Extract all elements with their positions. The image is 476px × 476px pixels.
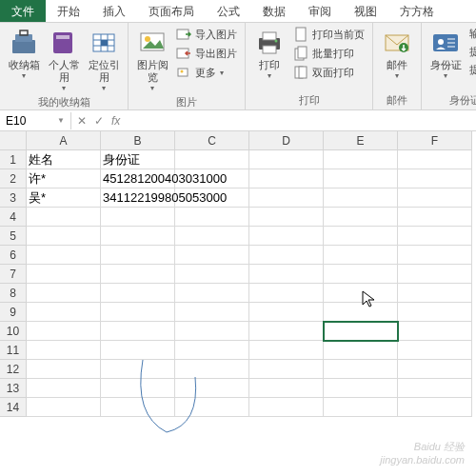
cell[interactable]: 许* — [27, 169, 101, 188]
confirm-icon[interactable]: ✓ — [94, 114, 104, 128]
tab-insert[interactable]: 插入 — [91, 0, 137, 22]
row-header[interactable]: 13 — [0, 379, 27, 398]
cell[interactable] — [175, 341, 249, 360]
row-header[interactable]: 8 — [0, 284, 27, 303]
row-header[interactable]: 7 — [0, 265, 27, 284]
column-header[interactable]: A — [27, 131, 101, 150]
cell[interactable] — [324, 208, 398, 227]
cell[interactable] — [175, 284, 249, 303]
cell[interactable] — [324, 341, 398, 360]
row-header[interactable]: 11 — [0, 341, 27, 360]
cell[interactable] — [398, 398, 472, 417]
cell[interactable]: 姓名 — [27, 150, 101, 169]
row-header[interactable]: 4 — [0, 208, 27, 227]
column-header[interactable]: F — [398, 131, 472, 150]
select-all-corner[interactable] — [0, 131, 27, 150]
cell[interactable] — [27, 341, 101, 360]
cell[interactable] — [101, 227, 175, 246]
row-header[interactable]: 3 — [0, 188, 27, 208]
cell[interactable] — [324, 150, 398, 169]
tab-home[interactable]: 开始 — [46, 0, 91, 22]
cell[interactable] — [249, 379, 324, 398]
more-pic-button[interactable]: 更多 ▾ — [176, 65, 237, 80]
tab-formula[interactable]: 公式 — [206, 0, 251, 22]
cell[interactable] — [398, 169, 472, 188]
print-batch-button[interactable]: 批量打印 — [293, 46, 365, 61]
print-current-button[interactable]: 打印当前页 — [293, 27, 365, 42]
tab-file[interactable]: 文件 — [0, 0, 46, 22]
export-pic-button[interactable]: 导出图片 — [176, 46, 237, 61]
cell[interactable] — [27, 227, 101, 246]
cell[interactable] — [249, 284, 324, 303]
cell[interactable] — [101, 246, 175, 265]
cell[interactable] — [249, 322, 324, 341]
cell[interactable] — [324, 398, 398, 417]
row-header[interactable]: 12 — [0, 360, 27, 379]
cell[interactable] — [249, 227, 324, 246]
cell[interactable] — [324, 379, 398, 398]
cell[interactable] — [324, 303, 398, 322]
cell[interactable] — [249, 265, 324, 284]
favorites-button[interactable]: 收纳箱 ▾ — [4, 25, 44, 82]
cell[interactable] — [175, 150, 249, 169]
name-box[interactable]: E10 ▼ — [0, 112, 71, 129]
cell[interactable] — [324, 188, 398, 208]
cell[interactable] — [398, 227, 472, 246]
tab-extra[interactable]: 方方格 — [388, 0, 446, 22]
cell[interactable]: 身份证 — [101, 150, 175, 169]
cell[interactable] — [101, 341, 175, 360]
tab-layout[interactable]: 页面布局 — [137, 0, 206, 22]
cell[interactable] — [27, 303, 101, 322]
cell[interactable] — [398, 360, 472, 379]
cell[interactable] — [175, 265, 249, 284]
cell[interactable] — [249, 341, 324, 360]
cell[interactable] — [398, 150, 472, 169]
row-header[interactable]: 6 — [0, 246, 27, 265]
cell[interactable]: 451281200403031000 — [101, 169, 175, 188]
cell[interactable] — [249, 398, 324, 417]
cell[interactable] — [27, 284, 101, 303]
cell[interactable] — [175, 227, 249, 246]
column-header[interactable]: D — [249, 131, 324, 150]
cancel-icon[interactable]: ✕ — [77, 114, 87, 128]
cell[interactable] — [398, 246, 472, 265]
personal-button[interactable]: 个人常用 ▾ — [44, 25, 84, 94]
cell[interactable] — [175, 303, 249, 322]
cell[interactable] — [398, 341, 472, 360]
cell[interactable] — [398, 322, 472, 341]
cell[interactable] — [249, 208, 324, 227]
cell[interactable] — [101, 322, 175, 341]
cell[interactable] — [101, 398, 175, 417]
cell[interactable] — [27, 379, 101, 398]
cell[interactable] — [175, 360, 249, 379]
cell[interactable] — [324, 284, 398, 303]
cell[interactable] — [324, 265, 398, 284]
row-header[interactable]: 2 — [0, 169, 27, 188]
cell[interactable] — [398, 265, 472, 284]
cell[interactable] — [27, 398, 101, 417]
cell[interactable] — [249, 360, 324, 379]
cell[interactable] — [249, 303, 324, 322]
column-header[interactable]: E — [324, 131, 398, 150]
cell[interactable] — [27, 246, 101, 265]
print-duplex-button[interactable]: 双面打印 — [293, 65, 365, 80]
cell[interactable] — [27, 265, 101, 284]
cell[interactable] — [398, 379, 472, 398]
idcard-button[interactable]: 身份证 ▾ — [426, 25, 466, 82]
row-header[interactable]: 5 — [0, 227, 27, 246]
cell[interactable] — [324, 169, 398, 188]
cell[interactable] — [398, 303, 472, 322]
extract1-button[interactable]: 提取性 — [469, 45, 476, 59]
extract2-button[interactable]: 提取出 — [469, 63, 476, 77]
cell[interactable] — [249, 150, 324, 169]
column-header[interactable]: C — [175, 131, 249, 150]
import-pic-button[interactable]: 导入图片 — [176, 27, 237, 42]
cell[interactable] — [324, 246, 398, 265]
cell[interactable] — [101, 360, 175, 379]
print-button[interactable]: 打印 ▾ — [249, 25, 289, 82]
cell[interactable] — [249, 169, 324, 188]
cell[interactable] — [398, 284, 472, 303]
cell[interactable] — [101, 284, 175, 303]
input-id-button[interactable]: 输入身 — [469, 27, 476, 41]
cell[interactable] — [324, 360, 398, 379]
